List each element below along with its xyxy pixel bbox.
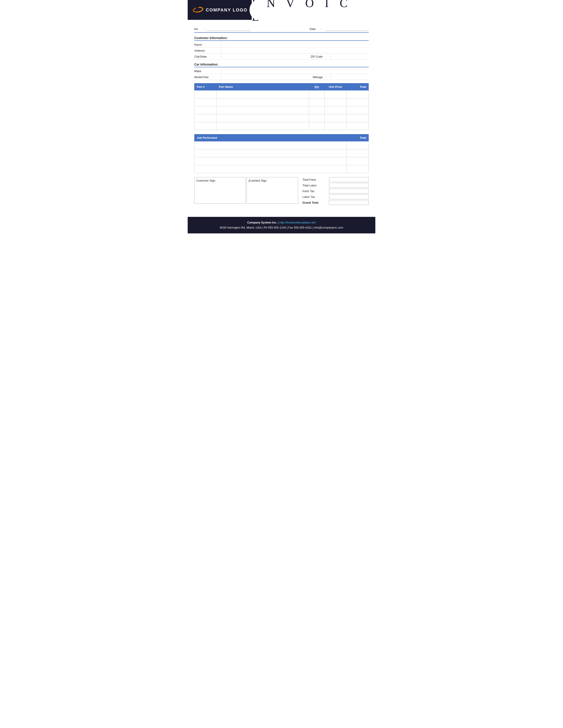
parts-col-unitprice: Unit Price [325, 83, 347, 90]
footer-company-name: Company System Inc. [247, 221, 277, 224]
job-row-0 [194, 141, 369, 149]
logo-icon [192, 5, 203, 15]
customer-sign-box: Customer Sign [194, 177, 246, 204]
date-colon: : [321, 27, 322, 31]
total-labor-value [329, 183, 369, 188]
parts-row-2 [194, 106, 369, 114]
cashier-sign-label: [Cashier] Sign [248, 179, 267, 182]
job-col-job: Job Performed [194, 134, 347, 141]
parts-col-partnum: Part # [194, 83, 216, 90]
zip-label: ZIP Code [311, 55, 330, 58]
zip-value [334, 54, 369, 58]
car-info-section: Car Information: Make : Model/Year : Mil… [194, 63, 369, 80]
car-info-title: Car Information: [194, 63, 369, 67]
parts-col-partname: Part Name [216, 83, 309, 90]
grand-total-label: Grand Total [303, 201, 329, 204]
car-model-row: Model/Year : Mileage : [194, 74, 369, 80]
parts-tax-label: Parts Tax [303, 190, 329, 193]
grand-total-row: Grand Total [303, 200, 369, 205]
no-colon: : [204, 27, 205, 31]
invoice-no-field: No : [194, 27, 251, 31]
no-label: No [194, 27, 203, 31]
parts-tax-value [329, 189, 369, 193]
parts-row-0 [194, 90, 369, 98]
name-label: Name [194, 43, 221, 46]
total-parts-value [329, 177, 369, 182]
parts-col-qty: Qty [309, 83, 325, 90]
date-field: Date : [310, 27, 369, 31]
mileage-value [334, 75, 369, 79]
company-logo-text: COMPANY LOGO [206, 8, 247, 13]
model-year-value [224, 75, 304, 79]
car-make-row: Make : [194, 68, 369, 74]
customer-sign-label: Customer Sign [196, 179, 215, 182]
name-value [224, 43, 369, 47]
invoice-title: I N V O I C E [252, 0, 369, 24]
citystate-label: City/State [194, 55, 221, 58]
footer: Company System Inc. | http://freewordtem… [188, 217, 375, 233]
job-col-total: Total [347, 134, 369, 141]
customer-name-row: Name : [194, 42, 369, 48]
make-value [224, 69, 369, 73]
labor-tax-value [329, 194, 369, 199]
make-label: Make [194, 69, 221, 73]
total-parts-label: Total Parts [303, 178, 329, 181]
header: COMPANY LOGO I N V O I C E [188, 0, 375, 20]
labor-tax-label: Labor Tax [303, 195, 329, 199]
total-labor-label: Total Labor [303, 184, 329, 187]
citystate-value [224, 54, 302, 58]
address-label: Address [194, 49, 221, 52]
parts-row-4 [194, 122, 369, 130]
job-table-header: Job Performed Total [194, 134, 369, 141]
job-row-1 [194, 149, 369, 157]
parts-row-1 [194, 98, 369, 106]
footer-website[interactable]: http://freewordtemplates.net/ [279, 221, 316, 224]
no-value [207, 27, 251, 31]
signature-boxes: Customer Sign [Cashier] Sign [194, 177, 298, 204]
footer-line2: 8030 Harrington Rd, Miami, USA | Ph 555-… [192, 225, 371, 230]
parts-row-3 [194, 114, 369, 122]
date-label: Date [310, 27, 319, 31]
total-parts-row: Total Parts [303, 177, 369, 182]
address-value [224, 49, 369, 53]
job-table: Job Performed Total [194, 134, 369, 173]
job-row-3 [194, 165, 369, 173]
customer-info-title: Customer Information: [194, 36, 369, 41]
parts-table: Part # Part Name Qty Unit Price Total [194, 83, 369, 130]
bottom-section: Customer Sign [Cashier] Sign Total Parts… [194, 177, 369, 206]
grand-total-value [329, 200, 369, 205]
main-content: No : Date : Customer Information: Name :… [188, 20, 375, 217]
no-date-row: No : Date : [194, 24, 369, 33]
labor-tax-row: Labor Tax [303, 194, 369, 199]
parts-tax-row: Parts Tax [303, 189, 369, 193]
parts-table-header: Part # Part Name Qty Unit Price Total [194, 83, 369, 90]
date-value [325, 27, 369, 31]
total-labor-row: Total Labor [303, 183, 369, 188]
cashier-sign-box: [Cashier] Sign [246, 177, 298, 204]
customer-address-row: Address : [194, 48, 369, 54]
model-year-label: Model/Year [194, 75, 221, 79]
footer-line1: Company System Inc. | http://freewordtem… [192, 220, 371, 225]
parts-col-total: Total [347, 83, 369, 90]
customer-info-section: Customer Information: Name : Address : C… [194, 36, 369, 60]
mileage-label: Mileage [313, 75, 330, 79]
totals-section: Total Parts Total Labor Parts Tax Labor … [303, 177, 369, 206]
job-row-2 [194, 157, 369, 165]
customer-citystate-row: City/State : ZIP Code : [194, 54, 369, 60]
